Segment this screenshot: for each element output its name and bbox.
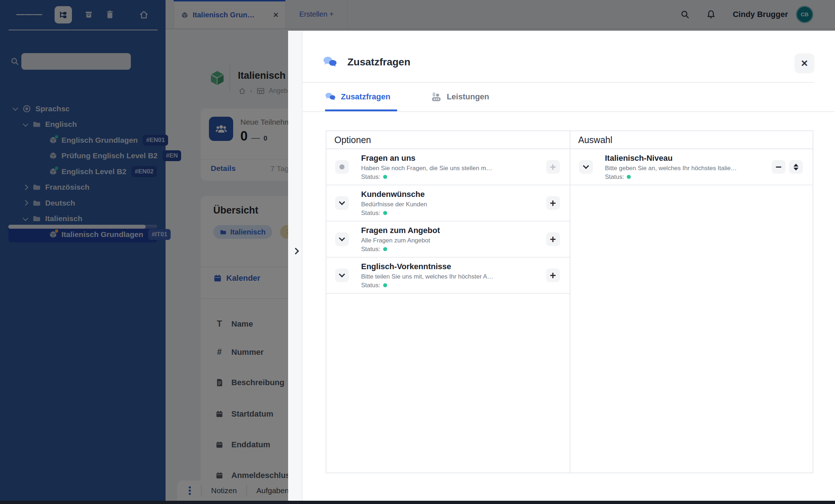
divider bbox=[303, 111, 835, 112]
selected-italienisch-niveau: Italienisch-Niveau Bitte geben Sie an, w… bbox=[570, 149, 813, 185]
chevron-down-icon bbox=[339, 271, 345, 277]
option-subtitle: Bedürfnisse der Kunden bbox=[361, 201, 538, 208]
option-title: Englisch-Vorkenntnisse bbox=[361, 262, 538, 271]
option-title: Fragen an uns bbox=[361, 154, 538, 163]
add-button[interactable]: + bbox=[546, 268, 560, 282]
selection-column-header: Auswahl bbox=[570, 131, 813, 149]
add-button[interactable]: + bbox=[546, 160, 560, 174]
dialog-tabs: Zusatzfragen Leistungen bbox=[325, 91, 489, 102]
close-button[interactable]: ✕ bbox=[795, 53, 814, 73]
add-button[interactable]: + bbox=[546, 196, 560, 210]
option-title: Fragen zum Angebot bbox=[361, 226, 538, 235]
tab-leistungen[interactable]: Leistungen bbox=[431, 91, 489, 102]
option-englisch-vorkenntnisse: Englisch-Vorkenntnisse Bitte teilen Sie … bbox=[326, 258, 570, 294]
option-subtitle: Alle Fragen zum Angebot bbox=[361, 237, 538, 244]
option-subtitle: Bitte geben Sie an, welches Ihr höchstes… bbox=[605, 165, 764, 172]
plus-icon: + bbox=[550, 233, 556, 245]
window-bottom-edge bbox=[0, 501, 835, 504]
reorder-button[interactable] bbox=[789, 160, 803, 174]
option-title: Italienisch-Niveau bbox=[605, 154, 764, 163]
tab-label: Zusatzfragen bbox=[341, 92, 390, 102]
chevron-down-icon bbox=[583, 163, 589, 169]
status-dot bbox=[383, 247, 387, 251]
status-dot bbox=[383, 211, 387, 215]
option-kundenwuensche: Kundenwünsche Bedürfnisse der Kunden Sta… bbox=[326, 185, 570, 221]
chat-bubbles-icon bbox=[325, 92, 336, 102]
option-text: Kundenwünsche Bedürfnisse der Kunden Sta… bbox=[349, 190, 546, 217]
dialog-header: Zusatzfragen bbox=[323, 56, 410, 68]
option-text: Englisch-Vorkenntnisse Bitte teilen Sie … bbox=[349, 262, 546, 289]
option-text: Fragen an uns Haben Sie noch Fragen, die… bbox=[349, 154, 546, 181]
close-icon: ✕ bbox=[801, 58, 808, 69]
status-label: Status: bbox=[361, 246, 380, 253]
remove-button[interactable]: − bbox=[772, 160, 785, 174]
minus-icon: − bbox=[776, 161, 782, 173]
services-icon bbox=[431, 91, 442, 102]
chevron-right-icon[interactable] bbox=[291, 246, 300, 256]
status-label: Status: bbox=[361, 173, 380, 181]
option-fragen-zum-angebot: Fragen zum Angebot Alle Fragen zum Angeb… bbox=[326, 221, 570, 258]
selection-column: Auswahl Italienisch-Niveau Bitte geben S… bbox=[570, 131, 813, 473]
option-text: Fragen zum Angebot Alle Fragen zum Angeb… bbox=[349, 226, 546, 253]
options-selection-panel: Optionen Fragen an uns Haben Sie noch Fr… bbox=[326, 130, 813, 473]
drag-handle-button[interactable] bbox=[335, 160, 349, 174]
zusatzfragen-dialog: Zusatzfragen ✕ Zusatzfragen Leistungen bbox=[288, 31, 835, 501]
option-title: Kundenwünsche bbox=[361, 190, 538, 199]
plus-icon: + bbox=[550, 270, 556, 281]
option-text: Italienisch-Niveau Bitte geben Sie an, w… bbox=[593, 154, 772, 181]
app-screen: Sprachsc Englisch Englisch Grundlagen #E… bbox=[0, 0, 835, 504]
add-button[interactable]: + bbox=[546, 232, 560, 246]
option-fragen-an-uns: Fragen an uns Haben Sie noch Fragen, die… bbox=[326, 149, 570, 185]
options-column: Optionen Fragen an uns Haben Sie noch Fr… bbox=[326, 131, 570, 473]
status-dot bbox=[627, 175, 631, 179]
chevron-down-icon bbox=[339, 235, 345, 241]
tab-label: Leistungen bbox=[447, 92, 489, 102]
expand-button[interactable] bbox=[335, 268, 349, 282]
plus-icon: + bbox=[550, 197, 556, 209]
options-column-header: Optionen bbox=[326, 131, 570, 149]
option-subtitle: Haben Sie noch Fragen, die Sie uns stell… bbox=[361, 165, 538, 172]
sort-icon bbox=[793, 164, 798, 171]
plus-icon: + bbox=[550, 161, 556, 173]
expand-button[interactable] bbox=[335, 232, 349, 246]
status-dot bbox=[383, 175, 387, 179]
dialog-gutter bbox=[288, 31, 303, 501]
chevron-down-icon bbox=[339, 199, 345, 205]
status-label: Status: bbox=[605, 173, 624, 181]
status-dot bbox=[383, 283, 387, 287]
tab-zusatzfragen[interactable]: Zusatzfragen bbox=[325, 92, 390, 102]
status-label: Status: bbox=[361, 210, 380, 217]
dialog-title: Zusatzfragen bbox=[347, 56, 410, 68]
dot-icon bbox=[339, 164, 344, 169]
chat-bubbles-icon bbox=[323, 56, 337, 68]
option-subtitle: Bitte teilen Sie uns mit, welches Ihr hö… bbox=[361, 273, 538, 280]
status-label: Status: bbox=[361, 282, 380, 289]
expand-button[interactable] bbox=[579, 160, 593, 174]
expand-button[interactable] bbox=[335, 196, 349, 210]
divider bbox=[303, 82, 814, 83]
